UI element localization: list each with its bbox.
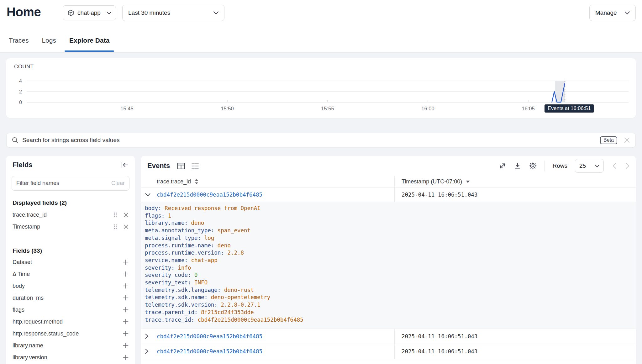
clear-filter-button[interactable]: Clear <box>111 180 125 187</box>
field-label: http.response.status_code <box>13 330 123 337</box>
detail-key: telemetry.sdk.version <box>145 302 221 308</box>
field-label: library.name <box>13 342 123 349</box>
field-row[interactable]: http.request.method <box>6 316 135 328</box>
chevron-right-icon[interactable] <box>145 329 149 344</box>
manage-button[interactable]: Manage <box>589 5 636 21</box>
remove-field-icon[interactable] <box>124 212 129 217</box>
search-bar: Beta <box>6 133 636 147</box>
field-row[interactable]: Dataset <box>6 256 135 268</box>
field-label: Δ Time <box>13 271 123 277</box>
time-range-selector[interactable]: Last 30 minutes <box>122 5 224 21</box>
list-view-icon[interactable] <box>191 162 199 170</box>
displayed-field-row[interactable]: trace.trace_id <box>6 209 135 221</box>
tab-explore-data[interactable]: Explore Data <box>65 28 114 52</box>
tab-traces[interactable]: Traces <box>4 28 33 52</box>
field-filter-input[interactable] <box>16 180 111 187</box>
events-table-header: trace.trace_id Timestamp (UTC-07:00) <box>141 176 636 187</box>
detail-value: deno-rust <box>224 287 254 293</box>
add-field-icon[interactable] <box>123 283 129 289</box>
table-row[interactable]: cbd4f2e215d0000c9eaa152b0b4f6485 2025-04… <box>141 344 636 359</box>
add-field-icon[interactable] <box>123 319 129 324</box>
previous-page-icon[interactable] <box>613 163 616 169</box>
chevron-down-icon <box>625 11 630 14</box>
trace-id-link[interactable]: cbd4f2e215d0000c9eaa152b0b4f6485 <box>157 344 262 359</box>
drag-handle-icon[interactable] <box>113 212 117 218</box>
add-field-icon[interactable] <box>123 355 129 360</box>
detail-key: severity <box>145 265 178 271</box>
trace-id-link[interactable]: cbd4f2e215d0000c9eaa152b0b4f6485 <box>157 187 262 202</box>
collapse-panel-icon[interactable] <box>120 161 129 169</box>
search-icon <box>12 137 18 144</box>
detail-value: INFO <box>194 279 208 286</box>
chevron-right-icon[interactable] <box>145 344 149 359</box>
divider <box>545 161 545 171</box>
detail-value: Received response from OpenAI <box>165 205 260 211</box>
sort-desc-icon[interactable] <box>466 180 470 183</box>
svg-text:15:55: 15:55 <box>321 106 334 111</box>
displayed-field-label: trace.trace_id <box>13 212 113 218</box>
field-row[interactable]: flags <box>6 304 135 316</box>
rows-per-page-select[interactable]: 25 <box>575 159 604 173</box>
detail-value: deno-opentelemetry <box>211 294 271 300</box>
detail-key: process.runtime.version <box>145 250 227 256</box>
expand-icon[interactable] <box>499 162 506 170</box>
svg-text:4: 4 <box>19 78 22 84</box>
table-row[interactable]: cbd4f2e215d0000c9eaa152b0b4f6485 2025-04… <box>141 329 636 344</box>
events-count-chart[interactable]: 4 2 0 15:45 15:50 15:55 16:00 16:05 <box>6 58 636 118</box>
field-row[interactable]: library.name <box>6 340 135 351</box>
dataset-selector[interactable]: chat-app <box>63 5 116 20</box>
tab-bar: Traces Logs Explore Data <box>0 28 642 53</box>
drag-handle-icon[interactable] <box>113 224 117 230</box>
displayed-fields-heading: Displayed fields (2) <box>13 199 67 206</box>
trace-id-link[interactable]: cbd4f2e215d0000c9eaa152b0b4f6485 <box>157 329 262 344</box>
column-label: Timestamp (UTC-07:00) <box>402 178 462 185</box>
field-row[interactable]: duration_ms <box>6 292 135 304</box>
page-title: Home <box>7 5 41 19</box>
detail-key: body <box>145 205 165 211</box>
search-input[interactable] <box>22 137 600 144</box>
chevron-down-icon <box>107 12 111 14</box>
add-field-icon[interactable] <box>123 307 129 313</box>
close-icon[interactable] <box>624 137 630 144</box>
remove-field-icon[interactable] <box>124 224 129 229</box>
svg-text:0: 0 <box>19 100 22 105</box>
field-row[interactable]: body <box>6 280 135 292</box>
detail-value: 2.2.8 <box>227 250 244 256</box>
rows-per-page-value: 25 <box>579 162 586 169</box>
add-field-icon[interactable] <box>123 331 129 336</box>
field-row[interactable]: http.response.status_code <box>6 328 135 340</box>
detail-value: info <box>178 265 191 271</box>
field-row[interactable]: Δ Time <box>6 268 135 280</box>
next-page-icon[interactable] <box>626 163 629 169</box>
table-view-icon[interactable] <box>177 162 185 170</box>
column-header-trace-id[interactable]: trace.trace_id <box>157 176 198 187</box>
svg-text:16:05: 16:05 <box>522 106 534 111</box>
displayed-field-row[interactable]: Timestamp <box>6 221 135 233</box>
timestamp-cell: 2025-04-11 16:06:51.043 <box>394 187 636 202</box>
detail-value: 9 <box>194 272 198 278</box>
add-field-icon[interactable] <box>123 259 129 265</box>
sort-icon[interactable] <box>195 179 198 184</box>
chevron-down-icon[interactable] <box>145 187 150 202</box>
detail-key: flags <box>145 213 168 219</box>
column-header-timestamp[interactable]: Timestamp (UTC-07:00) <box>394 176 636 187</box>
tab-logs[interactable]: Logs <box>37 28 61 52</box>
detail-value: span_event <box>218 227 250 234</box>
add-field-icon[interactable] <box>123 271 129 277</box>
field-label: library.version <box>13 354 123 361</box>
table-row[interactable]: cbd4f2e215d0000c9eaa152b0b4f6485 2025-04… <box>141 187 636 202</box>
detail-value: cbd4f2e215d0000c9eaa152b0b4f6485 <box>198 317 303 323</box>
detail-value: 1 <box>168 213 171 219</box>
detail-key: telemetry.sdk.language <box>145 287 224 293</box>
field-filter: Clear <box>12 176 129 191</box>
field-row[interactable]: library.version <box>6 351 135 363</box>
svg-text:16:00: 16:00 <box>421 106 434 111</box>
add-field-icon[interactable] <box>123 343 129 348</box>
count-chart-card: COUNT 4 2 0 15:45 15:50 15:55 16:00 16:0… <box>6 58 636 118</box>
displayed-field-label: Timestamp <box>13 224 113 230</box>
add-field-icon[interactable] <box>123 295 129 301</box>
gear-icon[interactable] <box>529 162 537 170</box>
download-icon[interactable] <box>514 162 521 170</box>
cube-icon <box>67 9 74 16</box>
detail-key: service.name <box>145 257 191 263</box>
